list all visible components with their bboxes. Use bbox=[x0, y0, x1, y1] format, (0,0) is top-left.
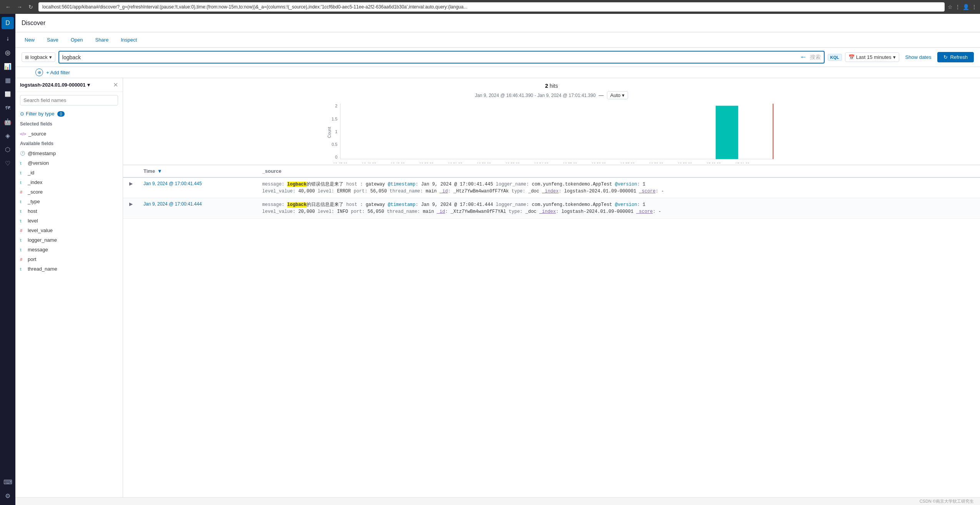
nav-icon-uptime[interactable]: ♡ bbox=[2, 157, 14, 169]
field-item-logger-name[interactable]: t logger_name bbox=[15, 235, 123, 245]
field-item-message[interactable]: t message bbox=[15, 245, 123, 254]
main-content: Discover New Save Open Share Inspect ⊞ l… bbox=[15, 14, 980, 505]
field-type-t-icon6: t bbox=[20, 219, 25, 223]
bookmark-icon: ☆ bbox=[948, 4, 953, 10]
filter-type-icon: ⊙ bbox=[20, 111, 24, 117]
svg-text:16:49:00: 16:49:00 bbox=[390, 162, 405, 163]
filter-count-badge: 0 bbox=[57, 111, 64, 117]
open-button[interactable]: Open bbox=[68, 35, 86, 44]
search-bar: ⊞ logback ▾ ← 搜索 KQL 📅 Last 15 minutes ▾… bbox=[15, 48, 980, 67]
field-item-score[interactable]: # _score bbox=[15, 187, 123, 197]
extensions-icon: ⋮ bbox=[955, 4, 960, 10]
results-table: Time ▼ _source bbox=[123, 165, 980, 219]
nav-icon-maps[interactable]: 🗺 bbox=[2, 102, 14, 114]
source-line-2b: level_value: 20,000 level: INFO port: 56… bbox=[262, 208, 975, 215]
time-range-label: Jan 9, 2024 @ 16:46:41.390 - Jan 9, 2024… bbox=[475, 93, 596, 98]
refresh-button[interactable]: ↻ Refresh bbox=[937, 52, 974, 62]
svg-text:16:55:00: 16:55:00 bbox=[563, 162, 577, 163]
field-item-index[interactable]: t _index bbox=[15, 177, 123, 187]
auto-selector[interactable]: Auto ▾ bbox=[607, 91, 628, 99]
new-button[interactable]: New bbox=[22, 35, 38, 44]
table-row: ▶ Jan 9, 2024 @ 17:00:41.445 message: lo… bbox=[123, 177, 980, 198]
time-cell-1[interactable]: Jan 9, 2024 @ 17:00:41.445 bbox=[139, 177, 258, 198]
show-dates-button[interactable]: Show dates bbox=[902, 53, 935, 62]
field-item-type[interactable]: t _type bbox=[15, 197, 123, 206]
add-filter-button[interactable]: + Add filter bbox=[46, 70, 70, 75]
field-type-t-icon: t bbox=[20, 161, 25, 166]
svg-text:1: 1 bbox=[335, 129, 337, 134]
save-button[interactable]: Save bbox=[44, 35, 62, 44]
field-type-hash-icon3: # bbox=[20, 257, 25, 262]
forward-button[interactable]: → bbox=[15, 3, 25, 11]
nav-icon-visualize[interactable]: 📊 bbox=[2, 60, 14, 72]
field-item-version[interactable]: t @version bbox=[15, 158, 123, 168]
time-cell-2[interactable]: Jan 9, 2024 @ 17:00:41.444 bbox=[139, 198, 258, 219]
index-selector[interactable]: ⊞ logback ▾ bbox=[22, 52, 55, 62]
chart-area: 2 hits Jan 9, 2024 @ 16:46:41.390 - Jan … bbox=[123, 78, 980, 165]
field-item-timestamp[interactable]: 🕐 @timestamp bbox=[15, 149, 123, 158]
time-range-separator: — bbox=[599, 92, 604, 98]
browser-icons: ☆ ⋮ 👤 ⋮ bbox=[948, 4, 977, 10]
index-close-icon[interactable]: ✕ bbox=[113, 81, 118, 89]
refresh-icon: ↻ bbox=[943, 54, 948, 60]
address-bar[interactable] bbox=[38, 2, 945, 12]
inspect-button[interactable]: Inspect bbox=[118, 35, 140, 44]
content-area: logstash-2024.01.09-000001 ▾ ✕ ⊙ Filter … bbox=[15, 78, 980, 497]
time-range-row: Jan 9, 2024 @ 16:46:41.390 - Jan 9, 2024… bbox=[129, 91, 974, 99]
nav-icon-down-arrow[interactable]: ↓ bbox=[2, 32, 14, 45]
expand-column bbox=[123, 165, 139, 177]
nav-icon-dashboard[interactable]: ▦ bbox=[2, 74, 14, 86]
kql-badge[interactable]: KQL bbox=[828, 54, 842, 61]
field-list: Selected fields </> _source Available fi… bbox=[15, 119, 123, 497]
back-button[interactable]: ← bbox=[3, 3, 13, 11]
table-row: ▶ Jan 9, 2024 @ 17:00:41.444 message: lo… bbox=[123, 198, 980, 219]
field-type-t-icon8: t bbox=[20, 247, 25, 252]
filter-circle[interactable]: ⊕ bbox=[35, 69, 43, 76]
toolbar: New Save Open Share Inspect bbox=[15, 32, 980, 48]
search-placeholder: 搜索 bbox=[810, 54, 821, 61]
calendar-icon: 📅 bbox=[848, 54, 855, 60]
chart-svg: 2 1.5 1 0.5 0 bbox=[129, 102, 974, 163]
nav-icon-management[interactable]: ⚙ bbox=[2, 490, 14, 502]
field-item-host[interactable]: t host bbox=[15, 206, 123, 216]
time-column-header[interactable]: Time ▼ bbox=[139, 165, 258, 177]
expand-button-2[interactable]: ▶ bbox=[128, 201, 134, 207]
field-search-input[interactable] bbox=[20, 95, 118, 105]
field-item-thread-name[interactable]: t thread_name bbox=[15, 264, 123, 274]
profile-icon: 👤 bbox=[963, 4, 969, 10]
filter-bar: ⊕ + Add filter bbox=[15, 67, 980, 78]
svg-text:17:01:00: 17:01:00 bbox=[735, 162, 749, 163]
svg-text:16:53:00: 16:53:00 bbox=[505, 162, 520, 163]
nav-icon-ml[interactable]: 🤖 bbox=[2, 115, 14, 128]
time-chevron-icon: ▾ bbox=[893, 54, 896, 60]
nav-icon-devtools[interactable]: ⌨ bbox=[2, 476, 14, 488]
field-type-hash-icon: # bbox=[20, 190, 25, 194]
nav-icon-canvas[interactable]: ⬜ bbox=[2, 88, 14, 100]
source-line-1a: message: logback的错误信息是来了 host : gateway … bbox=[262, 181, 975, 188]
time-selector[interactable]: 📅 Last 15 minutes ▾ bbox=[845, 52, 899, 62]
nav-icon-apm[interactable]: ⬡ bbox=[2, 143, 14, 156]
table-header-row: Time ▼ _source bbox=[123, 165, 980, 177]
filter-by-type-button[interactable]: ⊙ Filter by type bbox=[20, 111, 54, 117]
svg-text:16:56:00: 16:56:00 bbox=[592, 162, 606, 163]
nav-icon-discover[interactable]: ◎ bbox=[2, 46, 14, 59]
expand-button-1[interactable]: ▶ bbox=[128, 181, 134, 186]
field-item-id[interactable]: t _id bbox=[15, 168, 123, 177]
field-item-source[interactable]: </> _source bbox=[15, 129, 123, 139]
y-axis-label: Count bbox=[327, 127, 332, 138]
index-icon: ⊞ bbox=[25, 55, 29, 60]
field-type-t-icon4: t bbox=[20, 199, 25, 204]
index-name: logback bbox=[30, 54, 48, 60]
footer-text: CSDN ©南京大学软工研究生 bbox=[920, 499, 974, 503]
svg-text:16:54:00: 16:54:00 bbox=[534, 162, 548, 163]
share-button[interactable]: Share bbox=[92, 35, 112, 44]
svg-text:16:57:00: 16:57:00 bbox=[620, 162, 635, 163]
nav-icon-graph[interactable]: ◈ bbox=[2, 129, 14, 142]
browser-refresh-button[interactable]: ↻ bbox=[26, 3, 35, 11]
time-label: Last 15 minutes bbox=[856, 54, 892, 60]
field-item-level[interactable]: t level bbox=[15, 216, 123, 226]
field-item-level-value[interactable]: # level_value bbox=[15, 226, 123, 235]
field-item-port[interactable]: # port bbox=[15, 254, 123, 264]
search-input[interactable] bbox=[62, 54, 800, 60]
index-pattern-selector[interactable]: logstash-2024.01.09-000001 ▾ bbox=[20, 82, 90, 88]
